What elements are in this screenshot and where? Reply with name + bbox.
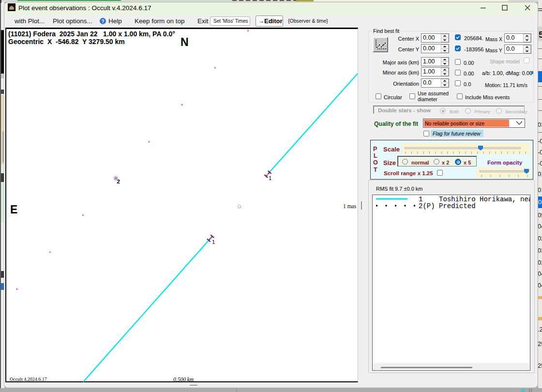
svg-text:2: 2 bbox=[117, 179, 120, 184]
svg-text:1: 1 bbox=[269, 175, 271, 181]
svg-text:1: 1 bbox=[212, 239, 215, 245]
